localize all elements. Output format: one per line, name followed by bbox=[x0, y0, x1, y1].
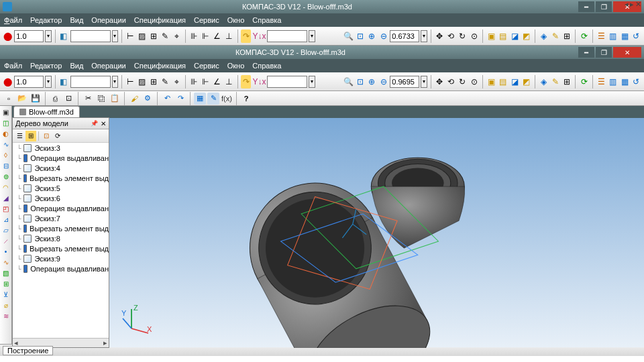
status-toggle-icon[interactable]: ⬤ bbox=[3, 29, 13, 43]
reset2-icon[interactable]: ↺ bbox=[631, 75, 641, 88]
tab-close-icon[interactable]: ✕ bbox=[635, 0, 641, 9]
tool-sweep-icon[interactable]: ∿ bbox=[1, 139, 11, 149]
style-dropdown[interactable]: ▾ bbox=[112, 30, 118, 42]
tool-shell-icon[interactable]: ◰ bbox=[1, 204, 11, 214]
vars-icon[interactable]: ▦ bbox=[194, 93, 206, 105]
refresh-icon[interactable]: ⟳ bbox=[579, 29, 589, 43]
step-over2-icon[interactable]: ↷ bbox=[241, 75, 251, 88]
xy2-icon[interactable]: Y↓x bbox=[252, 75, 266, 88]
style2-select[interactable] bbox=[70, 76, 111, 88]
menu-operations[interactable]: Операции bbox=[91, 16, 125, 24]
ortho2-icon[interactable]: ⊢ bbox=[125, 75, 136, 88]
tree-item[interactable]: └Эскиз:3 bbox=[13, 143, 109, 153]
panel3-icon[interactable]: ▥ bbox=[608, 75, 618, 88]
tool-surface-icon[interactable]: ▧ bbox=[1, 268, 11, 278]
zoom-all2-icon[interactable]: 🔍 bbox=[343, 75, 354, 88]
viewport-3d[interactable]: Z X Y bbox=[109, 117, 644, 348]
perp-icon[interactable]: ⊥ bbox=[223, 29, 233, 43]
menu-window[interactable]: Окно bbox=[227, 16, 245, 24]
menu2-service[interactable]: Сервис bbox=[194, 62, 219, 70]
angle2-icon[interactable]: ∠ bbox=[212, 75, 222, 88]
param-icon[interactable]: ⌖ bbox=[172, 29, 182, 43]
tree-struct-icon[interactable]: ⊞ bbox=[25, 131, 36, 141]
edit-sketch2-icon[interactable]: ✎ bbox=[550, 75, 560, 88]
hidden2-icon[interactable]: ▤ bbox=[498, 75, 508, 88]
tree-filter-icon[interactable]: ⊡ bbox=[41, 131, 52, 141]
tool-mirror-icon[interactable]: ⊻ bbox=[1, 290, 11, 300]
coord-input[interactable] bbox=[267, 30, 307, 42]
inner-maximize-button[interactable]: ❐ bbox=[596, 47, 612, 58]
tree2-icon[interactable]: ☰ bbox=[596, 75, 606, 88]
grid-icon[interactable]: ⊞ bbox=[148, 29, 158, 43]
maximize-button[interactable]: ❐ bbox=[596, 1, 612, 12]
preview-icon[interactable]: ⊡ bbox=[62, 93, 74, 105]
help-icon[interactable]: ? bbox=[240, 93, 252, 105]
view-scale2-input[interactable] bbox=[390, 76, 419, 88]
snap-icon[interactable]: ▨ bbox=[137, 29, 147, 43]
shaded2-icon[interactable]: ◪ bbox=[510, 75, 520, 88]
tree-close-icon[interactable]: ✕ bbox=[101, 120, 106, 127]
tree-item[interactable]: └Эскиз:9 bbox=[13, 253, 109, 263]
measure-icon[interactable]: ✎ bbox=[160, 29, 170, 43]
reset-icon[interactable]: ↺ bbox=[631, 29, 641, 43]
shaded-icon[interactable]: ◪ bbox=[510, 29, 520, 43]
status2-icon[interactable]: ⬤ bbox=[3, 75, 13, 88]
zoom-window2-icon[interactable]: ⊡ bbox=[356, 75, 366, 88]
shaded-edge2-icon[interactable]: ◩ bbox=[521, 75, 531, 88]
fx-icon[interactable]: f(x) bbox=[221, 93, 233, 105]
tool-cut-icon[interactable]: ⊟ bbox=[1, 161, 11, 171]
tree-list[interactable]: └Эскиз:3└Операция выдавливан└Эскиз:4└Выр… bbox=[13, 143, 109, 338]
tool-plane-icon[interactable]: ▱ bbox=[1, 225, 11, 235]
iso-icon[interactable]: ◈ bbox=[539, 29, 549, 43]
menu2-edit[interactable]: Редактор bbox=[30, 62, 62, 70]
tool-array-icon[interactable]: ⊞ bbox=[1, 279, 11, 289]
tree-item[interactable]: └Эскиз:8 bbox=[13, 233, 109, 243]
tool-chamfer-icon[interactable]: ◢ bbox=[1, 193, 11, 203]
tool-extrude-icon[interactable]: ◫ bbox=[1, 118, 11, 128]
tool-curve-icon[interactable]: ∿ bbox=[1, 257, 11, 267]
active-doc-tab[interactable]: Blow-offf.m3d bbox=[13, 106, 80, 117]
tool-hole-icon[interactable]: ⊚ bbox=[1, 172, 11, 182]
step-over-icon[interactable]: ↷ bbox=[241, 29, 251, 43]
cut-icon[interactable]: ✂ bbox=[82, 93, 94, 105]
open-icon[interactable]: 📂 bbox=[16, 93, 28, 105]
zoom-out-icon[interactable]: ⊖ bbox=[378, 29, 388, 43]
layer2-icon[interactable]: ◧ bbox=[58, 75, 68, 88]
tab-scroll-left-icon[interactable]: ◂ bbox=[625, 0, 629, 9]
tree-refresh-icon[interactable]: ⟳ bbox=[52, 131, 63, 141]
param2-icon[interactable]: ⌖ bbox=[172, 75, 182, 88]
edit-sketch-icon[interactable]: ✎ bbox=[550, 29, 560, 43]
menu-file[interactable]: Файл bbox=[4, 16, 22, 24]
menu2-file[interactable]: Файл bbox=[4, 62, 22, 70]
tree-item[interactable]: └Вырезать элемент выд bbox=[13, 173, 109, 183]
minimize-button[interactable]: ━ bbox=[578, 1, 594, 12]
menu2-window[interactable]: Окно bbox=[227, 62, 245, 70]
tree-item[interactable]: └Вырезать элемент выд bbox=[13, 243, 109, 253]
tool-select-icon[interactable]: ▣ bbox=[1, 107, 11, 117]
scale-dropdown-1[interactable]: ▾ bbox=[45, 30, 51, 42]
refresh2-icon[interactable]: ⟳ bbox=[579, 75, 589, 88]
tool-axis-icon[interactable]: ⟋ bbox=[1, 236, 11, 246]
tree-item[interactable]: └Операция выдавливан bbox=[13, 203, 109, 213]
tree-item[interactable]: └Эскиз:4 bbox=[13, 163, 109, 173]
normal2-icon[interactable]: ⊙ bbox=[469, 75, 479, 88]
zoom-out2-icon[interactable]: ⊖ bbox=[378, 75, 388, 88]
zoom-all-icon[interactable]: 🔍 bbox=[343, 29, 354, 43]
coord2-input[interactable] bbox=[267, 76, 307, 88]
tree-item[interactable]: └Операция выдавливан bbox=[13, 263, 109, 274]
tree-icon[interactable]: ☰ bbox=[596, 29, 606, 43]
tree-item[interactable]: └Эскиз:5 bbox=[13, 183, 109, 193]
tree-pin-icon[interactable]: 📌 bbox=[91, 120, 98, 127]
scale2-input[interactable] bbox=[14, 76, 44, 88]
sketch-btn-icon[interactable]: ✎ bbox=[207, 93, 219, 105]
copy-icon[interactable]: ⿻ bbox=[95, 93, 107, 105]
inner-close-button[interactable]: ✕ bbox=[613, 47, 641, 58]
dim4-icon[interactable]: ⊩ bbox=[201, 75, 211, 88]
dim2-icon[interactable]: ⊩ bbox=[201, 29, 211, 43]
view-scale-dd[interactable]: ▾ bbox=[421, 30, 427, 42]
scale2-dd[interactable]: ▾ bbox=[45, 76, 51, 88]
menu-edit[interactable]: Редактор bbox=[30, 16, 62, 24]
undo-icon[interactable]: ↶ bbox=[161, 93, 173, 105]
tree-item[interactable]: └Эскиз:6 bbox=[13, 193, 109, 203]
menu-help[interactable]: Справка bbox=[252, 16, 281, 24]
